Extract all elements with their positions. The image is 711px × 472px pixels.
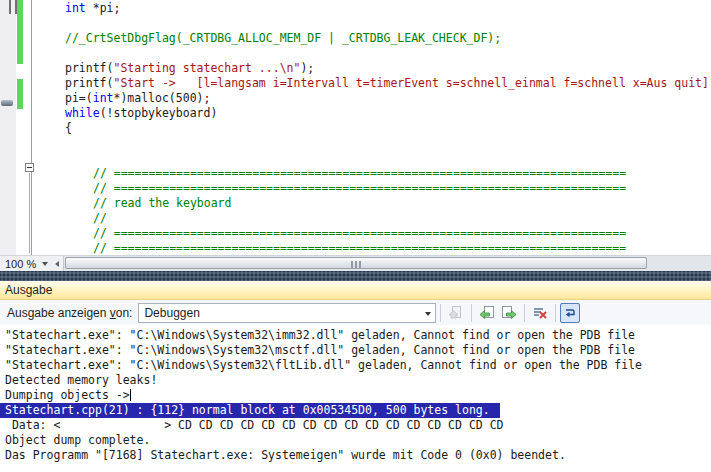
change-tracking-bar: [17, 0, 23, 64]
next-message-button[interactable]: [498, 303, 520, 323]
margin-tick-icon: [9, 0, 11, 14]
output-line[interactable]: Dumping objects ->: [5, 388, 711, 403]
toolbar-separator: [471, 304, 472, 322]
code-line: // =====================================…: [32, 181, 711, 196]
clear-all-button[interactable]: [529, 303, 551, 323]
code-line: // read the keyboard: [32, 196, 711, 211]
panel-splitter[interactable]: [0, 271, 711, 281]
scroll-left-button[interactable]: [51, 256, 63, 271]
code-line: [32, 46, 711, 61]
output-line[interactable]: "Statechart.exe": "C:\Windows\System32\m…: [5, 343, 711, 358]
scrollbar-thumb[interactable]: [65, 257, 647, 269]
find-message-icon: [448, 305, 464, 321]
editor-bottom-bar: 100 %: [0, 255, 711, 271]
zoom-level: 100 %: [5, 258, 36, 270]
output-line[interactable]: Detected memory leaks!: [5, 373, 711, 388]
code-line: int *pi;: [32, 1, 711, 16]
horizontal-scrollbar[interactable]: [63, 256, 711, 271]
code-line: {: [32, 121, 711, 136]
margin-marker-icon: [1, 100, 13, 106]
previous-message-button[interactable]: [476, 303, 498, 323]
clear-all-icon: [532, 305, 548, 321]
output-line[interactable]: "Statechart.exe": "C:\Windows\System32\i…: [5, 328, 711, 343]
code-line: // =====================================…: [32, 226, 711, 241]
show-output-from-label: Ausgabe anzeigen von:: [7, 306, 132, 320]
indicator-margin: [0, 0, 16, 255]
code-line: printf("Starting statechart ...\n");: [32, 61, 711, 76]
output-panel-title: Ausgabe: [0, 281, 711, 300]
code-line: //_CrtSetDbgFlag(_CRTDBG_ALLOC_MEM_DF | …: [32, 31, 711, 46]
outline-guide-line: [29, 173, 30, 253]
arrow-left-icon: [55, 261, 59, 267]
word-wrap-toggle-button[interactable]: [560, 303, 580, 323]
code-line: while(!stopbykeyboard): [32, 106, 711, 121]
output-text-area[interactable]: "Statechart.exe": "C:\Windows\System32\i…: [0, 325, 711, 472]
code-line: printf("Start -> [l=langsam i=Intervall …: [32, 76, 711, 91]
output-line[interactable]: Das Programm "[7168] Statechart.exe: Sys…: [5, 448, 711, 463]
output-line[interactable]: Data: < > CD CD CD CD CD CD CD CD CD CD …: [5, 418, 711, 433]
code-line: [32, 151, 711, 166]
code-line: [32, 136, 711, 151]
vs-window: int *pi;//_CrtSetDbgFlag(_CRTDBG_ALLOC_M…: [0, 0, 711, 472]
grip-icon: [351, 261, 361, 268]
code-line: [32, 16, 711, 31]
toolbar-separator: [440, 304, 441, 322]
output-source-value: Debuggen: [139, 306, 199, 320]
code-lines[interactable]: int *pi;//_CrtSetDbgFlag(_CRTDBG_ALLOC_M…: [32, 1, 711, 255]
output-line[interactable]: Object dump complete.: [5, 433, 711, 448]
output-line[interactable]: "Statechart.exe": "C:\Windows\System32\f…: [5, 358, 711, 373]
previous-message-icon: [479, 305, 495, 321]
code-line: //: [32, 211, 711, 226]
word-wrap-icon: [563, 306, 577, 320]
zoom-combo[interactable]: 100 %: [0, 256, 48, 271]
text-caret: [130, 389, 131, 401]
find-message-button[interactable]: [445, 303, 467, 323]
output-toolbar: Ausgabe anzeigen von: Debuggen: [0, 300, 711, 325]
code-line: // =====================================…: [32, 241, 711, 255]
chevron-down-icon: [425, 312, 431, 316]
panel-title-text: Ausgabe: [5, 283, 52, 297]
chevron-down-icon: [42, 262, 48, 266]
change-tracking-bar: [17, 79, 23, 109]
output-line[interactable]: Statechart.cpp(21) : {112} normal block …: [5, 403, 711, 418]
toolbar-separator: [524, 304, 525, 322]
code-editor[interactable]: int *pi;//_CrtSetDbgFlag(_CRTDBG_ALLOC_M…: [0, 0, 711, 255]
code-line: pi=(int*)malloc(500);: [32, 91, 711, 106]
output-source-dropdown[interactable]: Debuggen: [138, 303, 436, 323]
next-message-icon: [501, 305, 517, 321]
code-line: // =====================================…: [32, 166, 711, 181]
toolbar-separator: [555, 304, 556, 322]
